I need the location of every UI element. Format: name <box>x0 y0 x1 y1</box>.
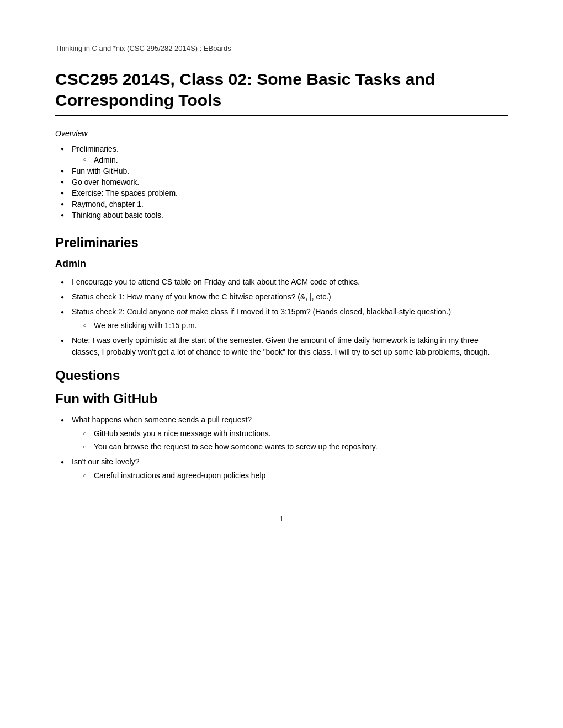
section-preliminaries: Preliminaries <box>55 235 508 250</box>
list-item: Thinking about basic tools. <box>61 211 508 220</box>
list-item: Exercise: The spaces problem. <box>61 189 508 197</box>
subsection-admin: Admin <box>55 258 508 270</box>
section-questions: Questions <box>55 368 508 383</box>
list-item: We are sticking with 1:15 p.m. <box>83 320 508 331</box>
list-item: Note: I was overly optimistic at the sta… <box>61 335 508 358</box>
list-item: Raymond, chapter 1. <box>61 200 508 208</box>
list-item: Status check 1: How many of you know the… <box>61 291 508 303</box>
page-container: Thinking in C and *nix (CSC 295/282 2014… <box>55 0 508 567</box>
overview-list: Preliminaries. Admin. Fun with GitHub. G… <box>55 144 508 220</box>
list-item: Go over homework. <box>61 178 508 186</box>
list-item: You can browse the request to see how so… <box>83 441 508 453</box>
title-divider <box>55 115 508 116</box>
list-item: What happens when someone sends a pull r… <box>61 414 508 453</box>
overview-label: Overview <box>55 129 508 138</box>
breadcrumb: Thinking in C and *nix (CSC 295/282 2014… <box>55 44 508 52</box>
main-title: CSC295 2014S, Class 02: Some Basic Tasks… <box>55 69 508 110</box>
list-item: Preliminaries. Admin. <box>61 144 508 164</box>
list-item: GitHub sends you a nice message with ins… <box>83 428 508 440</box>
page-number: 1 <box>55 515 508 523</box>
list-item: I encourage you to attend CS table on Fr… <box>61 276 508 288</box>
section-github: Fun with GitHub <box>55 391 508 406</box>
list-item: Careful instructions and agreed-upon pol… <box>83 470 508 481</box>
github-list: What happens when someone sends a pull r… <box>55 414 508 481</box>
admin-list: I encourage you to attend CS table on Fr… <box>55 276 508 358</box>
list-item: Admin. <box>83 156 508 164</box>
list-item: Isn't our site lovely? Careful instructi… <box>61 456 508 481</box>
list-item: Fun with GitHub. <box>61 167 508 175</box>
list-item: Status check 2: Could anyone not make cl… <box>61 306 508 331</box>
